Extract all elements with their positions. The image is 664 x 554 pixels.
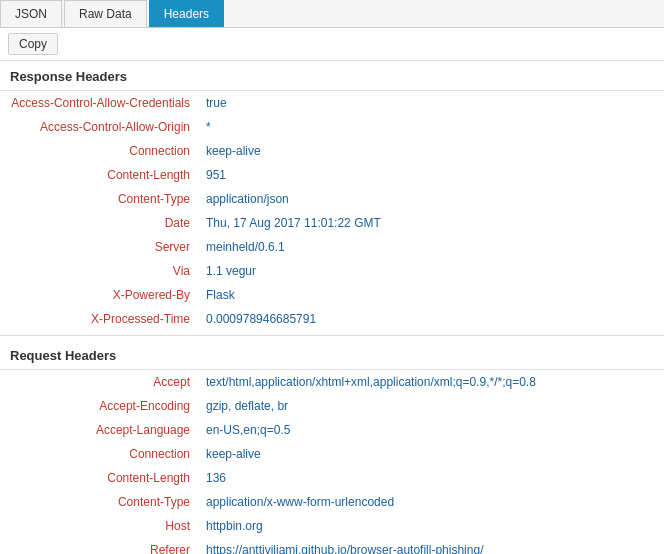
header-value: keep-alive xyxy=(200,139,664,163)
header-key: Access-Control-Allow-Credentials xyxy=(0,91,200,115)
table-row: Access-Control-Allow-Origin * xyxy=(0,115,664,139)
table-row: Accept-Encoding gzip, deflate, br xyxy=(0,394,664,418)
header-value: 136 xyxy=(200,466,664,490)
response-headers-title: Response Headers xyxy=(0,61,664,91)
header-value: text/html,application/xhtml+xml,applicat… xyxy=(200,370,664,394)
table-row: Content-Length 951 xyxy=(0,163,664,187)
header-value: Thu, 17 Aug 2017 11:01:22 GMT xyxy=(200,211,664,235)
header-value: 1.1 vegur xyxy=(200,259,664,283)
table-row: Content-Type application/x-www-form-urle… xyxy=(0,490,664,514)
table-row: Access-Control-Allow-Credentials true xyxy=(0,91,664,115)
table-row: Connection keep-alive xyxy=(0,139,664,163)
table-row: Via 1.1 vegur xyxy=(0,259,664,283)
table-row: Accept-Language en-US,en;q=0.5 xyxy=(0,418,664,442)
header-value: * xyxy=(200,115,664,139)
table-row: Referer https://anttiviljami.github.io/b… xyxy=(0,538,664,554)
header-key: Content-Type xyxy=(0,187,200,211)
table-row: Host httpbin.org xyxy=(0,514,664,538)
response-headers-table: Access-Control-Allow-Credentials true Ac… xyxy=(0,91,664,331)
section-divider xyxy=(0,335,664,336)
header-key: Connection xyxy=(0,139,200,163)
copy-button[interactable]: Copy xyxy=(8,33,58,55)
tab-json[interactable]: JSON xyxy=(0,0,62,27)
request-headers-table: Accept text/html,application/xhtml+xml,a… xyxy=(0,370,664,554)
header-key: Host xyxy=(0,514,200,538)
table-row: Server meinheld/0.6.1 xyxy=(0,235,664,259)
header-key: Date xyxy=(0,211,200,235)
header-value: 951 xyxy=(200,163,664,187)
header-value: Flask xyxy=(200,283,664,307)
header-value: true xyxy=(200,91,664,115)
table-row: Content-Type application/json xyxy=(0,187,664,211)
table-row: X-Powered-By Flask xyxy=(0,283,664,307)
table-row: X-Processed-Time 0.000978946685791 xyxy=(0,307,664,331)
toolbar: Copy xyxy=(0,28,664,61)
header-value: 0.000978946685791 xyxy=(200,307,664,331)
header-value: httpbin.org xyxy=(200,514,664,538)
header-key: Accept xyxy=(0,370,200,394)
header-key: Accept-Language xyxy=(0,418,200,442)
header-value: gzip, deflate, br xyxy=(200,394,664,418)
table-row: Content-Length 136 xyxy=(0,466,664,490)
request-headers-title: Request Headers xyxy=(0,340,664,370)
header-key: Via xyxy=(0,259,200,283)
tab-bar: JSON Raw Data Headers xyxy=(0,0,664,28)
header-key: Content-Length xyxy=(0,163,200,187)
header-value: meinheld/0.6.1 xyxy=(200,235,664,259)
header-value: keep-alive xyxy=(200,442,664,466)
header-key: Connection xyxy=(0,442,200,466)
header-key: Referer xyxy=(0,538,200,554)
header-key: Content-Type xyxy=(0,490,200,514)
header-key: Accept-Encoding xyxy=(0,394,200,418)
header-key: Server xyxy=(0,235,200,259)
header-value: https://anttiviljami.github.io/browser-a… xyxy=(200,538,664,554)
table-row: Date Thu, 17 Aug 2017 11:01:22 GMT xyxy=(0,211,664,235)
header-key: Access-Control-Allow-Origin xyxy=(0,115,200,139)
table-row: Connection keep-alive xyxy=(0,442,664,466)
table-row: Accept text/html,application/xhtml+xml,a… xyxy=(0,370,664,394)
header-value: en-US,en;q=0.5 xyxy=(200,418,664,442)
header-value: application/json xyxy=(200,187,664,211)
header-value: application/x-www-form-urlencoded xyxy=(200,490,664,514)
content-area: Response Headers Access-Control-Allow-Cr… xyxy=(0,61,664,554)
header-key: X-Processed-Time xyxy=(0,307,200,331)
header-key: X-Powered-By xyxy=(0,283,200,307)
tab-headers[interactable]: Headers xyxy=(149,0,224,27)
tab-raw[interactable]: Raw Data xyxy=(64,0,147,27)
header-key: Content-Length xyxy=(0,466,200,490)
